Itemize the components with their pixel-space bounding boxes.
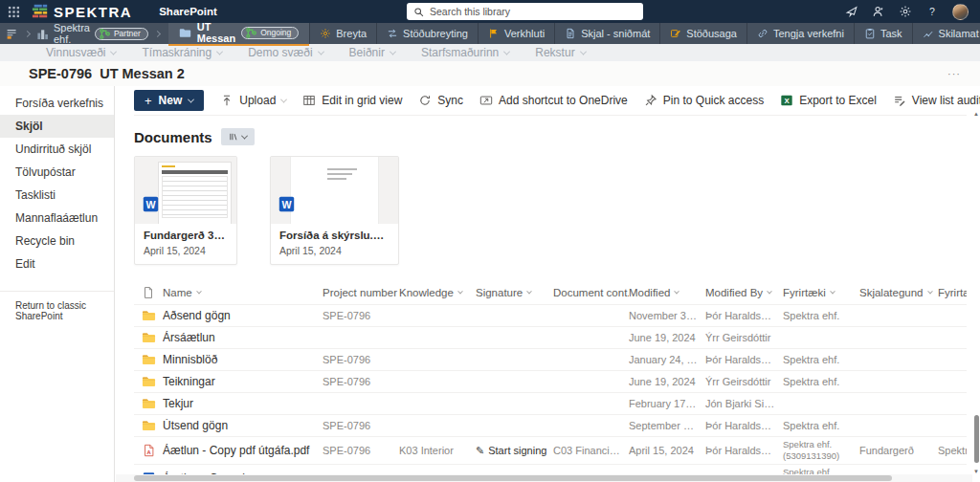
column-header-modified[interactable]: Modified [629, 287, 705, 298]
sidebar-item-mannaflaáætlun[interactable]: Mannaflaáætlun [0, 207, 114, 230]
ribbon-action-label: Skilamat [939, 28, 979, 39]
command-pin-to-quick-access[interactable]: Pin to Quick access [644, 94, 764, 107]
start-signing-action[interactable]: ✎Start signing [476, 445, 553, 457]
breadcrumb-current-project-tab[interactable]: UT Messan Ongoing [168, 21, 309, 46]
table-row-ársáætlun[interactable]: ÁrsáætlunJune 19, 2024Ýrr Geirsdóttir [134, 326, 967, 348]
card-view-selector-button[interactable] [221, 128, 255, 145]
search-input[interactable] [430, 6, 636, 17]
nav-item-demo-svæði[interactable]: Demo svæði [248, 46, 323, 59]
command-export-to-excel[interactable]: XExport to Excel [780, 94, 877, 107]
row-name-link[interactable]: Útsend gögn [163, 419, 323, 432]
column-header-fyrirtæ[interactable]: Fyrirtæ [938, 287, 967, 298]
gear-icon[interactable] [899, 5, 912, 18]
return-classic-link[interactable]: Return to classic SharePoint [0, 291, 114, 321]
signature-label: Start signing [488, 445, 546, 456]
nav-item-starfsmaðurinn[interactable]: Starfsmaðurinn [421, 46, 509, 59]
cell-modified: September 18, 2019 [629, 420, 705, 431]
help-icon[interactable]: ? [925, 5, 939, 18]
sidebar-item-forsíða-verkefnis[interactable]: Forsíða verkefnis [0, 92, 114, 115]
table-row-tekjur[interactable]: TekjurFebruary 17, 2021Jón Bjarki Sigurð… [134, 392, 967, 414]
table-row-aðsend-gögn[interactable]: Aðsend gögnSPE-0796November 30, 2020Þór … [134, 304, 967, 326]
ribbon-action-task[interactable]: Task [854, 23, 912, 44]
column-header-skjalategund[interactable]: Skjalategund [859, 287, 938, 298]
documents-table: NameProject numberKnowledgeSignatureDocu… [134, 281, 967, 482]
horizontal-scrollbar[interactable] [116, 474, 972, 482]
sidebar-item-edit[interactable]: Edit [0, 252, 114, 275]
column-header-knowledge[interactable]: Knowledge [399, 287, 476, 298]
sidebar-item-tasklisti[interactable]: Tasklisti [0, 184, 114, 207]
row-name-link[interactable]: Minnisblöð [163, 353, 323, 366]
sidebar-item-tölvupóstar[interactable]: Tölvupóstar [0, 161, 114, 184]
column-label: Signature [476, 287, 523, 298]
nav-item-tímaskráning[interactable]: Tímaskráning [142, 46, 222, 59]
megaphone-icon[interactable] [845, 5, 858, 18]
upload-icon [220, 94, 234, 107]
site-tree-icon[interactable] [6, 28, 18, 40]
chevron-down-icon [318, 48, 324, 55]
sidebar-item-skjöl[interactable]: Skjöl [0, 115, 114, 138]
cell-modified: June 19, 2024 [629, 376, 705, 387]
row-name-link[interactable]: Tekjur [163, 397, 323, 410]
command-upload[interactable]: Upload [220, 94, 286, 107]
spektra-logo[interactable]: SPEKTRA [32, 4, 132, 20]
column-header-signature[interactable]: Signature [476, 287, 553, 298]
ribbon-action-skjal-sniðmát[interactable]: Skjal - sniðmát [554, 23, 659, 44]
scroll-up-icon[interactable]: ▲ [973, 111, 979, 117]
nav-item-vinnusvæði[interactable]: Vinnusvæði [46, 46, 116, 59]
ribbon-action-stöðubreyting[interactable]: Stöðubreyting [376, 23, 478, 44]
ribbon-action-skilamat[interactable]: Skilamat [912, 23, 980, 44]
search-box[interactable] [407, 3, 643, 20]
ribbon-action-verkhluti[interactable]: Verkhluti [478, 23, 554, 44]
row-name-link[interactable]: Áætlun - Copy pdf útgáfa.pdf [163, 444, 323, 457]
row-name-link[interactable]: Ársáætlun [163, 331, 323, 344]
command-view-list-audit-information[interactable]: View list audit information [893, 94, 980, 107]
vertical-scrollbar[interactable]: ▲ ▼ [971, 111, 980, 473]
horizontal-scrollbar-thumb[interactable] [134, 475, 892, 481]
scroll-down-icon[interactable]: ▼ [973, 469, 979, 474]
column-header-document-cont[interactable]: Document cont... [553, 287, 629, 298]
nav-item-rekstur[interactable]: Rekstur [535, 46, 585, 59]
breadcrumb-company[interactable]: Spektra ehf. Partner [36, 22, 148, 45]
row-name-link[interactable]: Teikningar [163, 375, 323, 388]
cell-modified: June 19, 2024 [629, 332, 705, 343]
title-overflow-button[interactable]: ··· [947, 68, 961, 79]
ribbon-action-breyta[interactable]: Breyta [309, 23, 376, 44]
table-row-áætlun-copy-pdf-útgáfa-pdf[interactable]: AÁætlun - Copy pdf útgáfa.pdfSPE-0796K03… [134, 436, 967, 464]
table-row-teikningar[interactable]: TeikningarSPE-0796June 19, 2024Ýrr Geirs… [134, 370, 967, 392]
table-row-minnisblöð[interactable]: MinnisblöðSPE-0796January 24, 2020Þór Ha… [134, 348, 967, 370]
new-button[interactable]: + New [134, 90, 204, 111]
svg-text:A: A [146, 449, 150, 455]
vertical-scrollbar-thumb[interactable] [974, 415, 979, 463]
cell-modified-by: Ýrr Geirsdóttir [705, 376, 783, 387]
avatar[interactable] [952, 4, 969, 20]
column-header-modified-by[interactable]: Modified By [705, 287, 783, 298]
table-header: NameProject numberKnowledgeSignatureDocu… [134, 281, 967, 304]
link-icon [757, 28, 768, 39]
project-ribbon: Spektra ehf. Partner UT Messan Ongoing B… [0, 23, 980, 44]
books-icon [229, 132, 238, 142]
command-label: Upload [239, 94, 276, 107]
search-icon [413, 7, 424, 17]
document-card-forsíða-á-skýrslu-docx[interactable]: W Forsíða á skýrslu.docx April 15, 2024 [270, 156, 399, 265]
document-card-fundargerð-3006-docx[interactable]: W Fundargerð 3006.docx April 15, 2024 [134, 156, 237, 265]
command-edit-in-grid-view[interactable]: Edit in grid view [302, 94, 402, 107]
column-label: Modified By [705, 287, 763, 298]
sidebar-item-undirrituð-skjöl[interactable]: Undirrituð skjöl [0, 138, 114, 161]
column-header-name[interactable]: Name [163, 287, 323, 298]
sync-icon [418, 94, 432, 107]
person-star-icon[interactable] [872, 5, 885, 18]
column-header-fyrirtæki[interactable]: Fyrirtæki [783, 287, 859, 298]
sidebar-item-recycle-bin[interactable]: Recycle bin [0, 230, 114, 252]
ribbon-action-tengja-verkefni[interactable]: Tengja verkefni [746, 23, 854, 44]
row-name-link[interactable]: Aðsend gögn [163, 309, 323, 322]
command-sync[interactable]: Sync [418, 94, 463, 107]
cell-modified-by: Jón Bjarki Sigurðsson [705, 398, 783, 409]
nav-item-beiðnir[interactable]: Beiðnir [349, 46, 395, 59]
ribbon-action-stöðusaga[interactable]: Stöðusaga [659, 23, 746, 44]
command-add-shortcut-to-onedrive[interactable]: Add shortcut to OneDrive [479, 94, 628, 107]
column-header-project-number[interactable]: Project number [323, 287, 399, 298]
command-label: Add shortcut to OneDrive [499, 94, 628, 107]
file-type-column-header[interactable] [134, 286, 163, 299]
table-row-útsend-gögn[interactable]: Útsend gögnSPE-0796September 18, 2019Þór… [134, 414, 967, 436]
app-launcher-waffle-icon[interactable] [8, 6, 20, 18]
